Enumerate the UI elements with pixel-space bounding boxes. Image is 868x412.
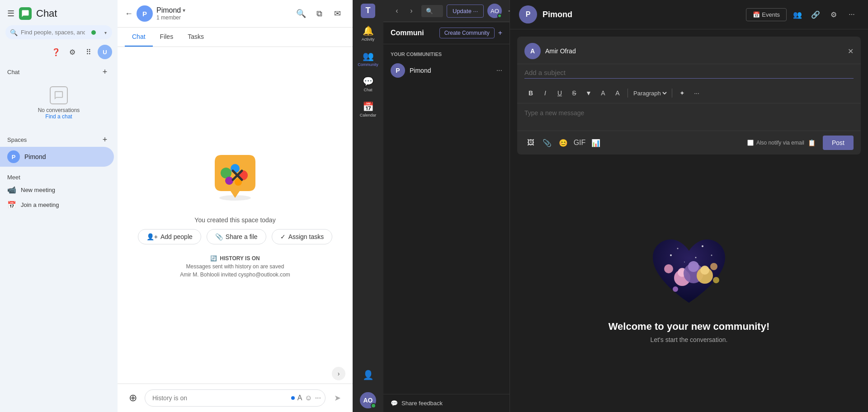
add-community-button[interactable]: +: [498, 29, 502, 37]
community-name: Pimond: [410, 67, 492, 74]
new-chat-button[interactable]: ✉: [329, 5, 345, 22]
new-meeting-item[interactable]: 📹 New meeting: [0, 183, 118, 197]
underline-button[interactable]: U: [553, 87, 566, 99]
nav-calendar[interactable]: 📅 Calendar: [356, 98, 380, 121]
search-input[interactable]: [5, 25, 112, 39]
scroll-down-button[interactable]: ›: [332, 367, 345, 380]
space-name: Pimond: [24, 153, 46, 160]
chart-button[interactable]: 📊: [590, 136, 602, 149]
nav-chat[interactable]: 💬 Chat: [356, 72, 380, 96]
more-format-button[interactable]: ···: [690, 87, 703, 99]
svg-point-10: [670, 254, 672, 256]
back-button[interactable]: ←: [125, 9, 133, 19]
share-feedback-button[interactable]: 💬 Share feedback: [383, 394, 509, 412]
your-communities-label: Your communities: [391, 52, 442, 57]
help-button[interactable]: ❓: [49, 45, 63, 59]
search-icon: 🔍: [426, 8, 433, 14]
copy-icon[interactable]: 📋: [808, 139, 816, 146]
welcome-area: Welcome to your new community! Let's sta…: [510, 162, 868, 412]
subject-input[interactable]: [524, 69, 854, 79]
history-label: HISTORY IS ON: [220, 255, 259, 262]
bold-button[interactable]: B: [524, 87, 537, 99]
members-button[interactable]: 👥: [790, 7, 805, 22]
send-button[interactable]: ➤: [329, 390, 345, 406]
community-more-button[interactable]: ···: [496, 66, 502, 75]
channel-name: Pimond: [542, 10, 746, 19]
communities-section: Your communities: [383, 44, 509, 60]
link-button[interactable]: 🔗: [808, 7, 823, 22]
community-avatar: P: [391, 63, 405, 78]
add-space-button[interactable]: +: [99, 134, 110, 145]
svg-point-12: [702, 245, 703, 247]
meet-section-label[interactable]: Meet: [7, 174, 20, 181]
text-format-icon[interactable]: A: [297, 394, 302, 402]
chat-section-label[interactable]: Chat: [7, 69, 19, 75]
gif-button[interactable]: GIF: [573, 136, 586, 149]
emoji-icon[interactable]: ☺: [305, 394, 312, 402]
welcome-title: Welcome to your new community!: [609, 321, 770, 332]
search-button[interactable]: 🔍: [293, 5, 309, 22]
svg-point-23: [710, 263, 717, 270]
notify-label: Also notify via email: [756, 140, 804, 146]
hamburger-menu[interactable]: ☰: [7, 9, 14, 19]
image-button[interactable]: 🖼: [524, 136, 537, 149]
space-illustration: [210, 153, 260, 211]
close-post-button[interactable]: ✕: [848, 47, 854, 56]
nav-forward-button[interactable]: ›: [405, 5, 418, 17]
tab-chat[interactable]: Chat: [125, 28, 153, 47]
add-attachment-button[interactable]: ⊕: [125, 390, 141, 406]
italic-button[interactable]: I: [539, 87, 552, 99]
add-person-icon: 👤+: [146, 233, 158, 240]
app-title: Chat: [36, 8, 57, 19]
post-author-avatar: A: [524, 43, 541, 59]
community-panel-header: Communi Create Community +: [383, 22, 509, 44]
notify-checkbox[interactable]: [747, 140, 754, 146]
svg-point-15: [695, 257, 697, 258]
post-button[interactable]: Post: [823, 136, 854, 150]
strikethrough-button[interactable]: S: [568, 87, 580, 99]
format-separator: [627, 89, 628, 98]
nav-people[interactable]: 👤: [356, 363, 380, 387]
file-icon: 📎: [215, 233, 223, 240]
font-size-button[interactable]: A: [611, 87, 624, 99]
font-color-down-button[interactable]: ▼: [582, 87, 595, 99]
welcome-illustration: [644, 230, 734, 312]
community-item[interactable]: P Pimond ···: [383, 60, 509, 81]
google-chat-logo: [19, 7, 32, 20]
nav-avatar-wrap: AO: [360, 389, 376, 408]
paragraph-select[interactable]: Paragraph: [632, 89, 668, 97]
avatar-status-badge: [371, 403, 376, 408]
add-people-button[interactable]: 👤+ Add people: [138, 229, 201, 244]
apps-button[interactable]: ⠿: [81, 45, 96, 59]
find-chat-link[interactable]: Find a chat: [45, 113, 72, 120]
highlight-button[interactable]: A: [597, 87, 609, 99]
settings-button[interactable]: ⚙: [65, 45, 80, 59]
view-button[interactable]: ⧉: [311, 5, 327, 22]
nav-community[interactable]: 👥 Community: [356, 47, 380, 70]
share-file-button[interactable]: 📎 Share a file: [207, 229, 266, 244]
emoji-button[interactable]: 😊: [557, 136, 570, 149]
tab-tasks[interactable]: Tasks: [180, 28, 211, 47]
svg-point-19: [688, 261, 699, 272]
calendar-icon: 📅: [753, 11, 760, 18]
attach-button[interactable]: 📎: [541, 136, 553, 149]
join-meeting-item[interactable]: 📅 Join a meeting: [0, 197, 118, 212]
update-button[interactable]: Update ···: [447, 5, 484, 18]
welcome-subtitle: Let's start the conversation.: [651, 336, 728, 343]
more-options-icon[interactable]: ···: [315, 394, 321, 402]
space-item[interactable]: P Pimond: [0, 147, 114, 167]
accessibility-button[interactable]: ✦: [676, 87, 689, 99]
nav-back-button[interactable]: ‹: [391, 5, 403, 17]
assign-tasks-button[interactable]: ✓ Assign tasks: [272, 229, 333, 244]
user-avatar[interactable]: U: [98, 45, 112, 59]
channel-header: P Pimond 📅 Events 👥 🔗 ⚙ ···: [510, 0, 868, 29]
nav-activity[interactable]: 🔔 Activity: [356, 22, 380, 45]
tab-files[interactable]: Files: [153, 28, 181, 47]
svg-point-11: [677, 248, 679, 249]
more-button[interactable]: ···: [844, 7, 859, 22]
spaces-section-label[interactable]: Spaces: [7, 136, 27, 143]
add-chat-button[interactable]: +: [99, 66, 110, 77]
create-community-button[interactable]: Create Community: [439, 28, 495, 38]
settings-button[interactable]: ⚙: [826, 7, 841, 22]
events-button[interactable]: 📅 Events: [746, 8, 787, 21]
